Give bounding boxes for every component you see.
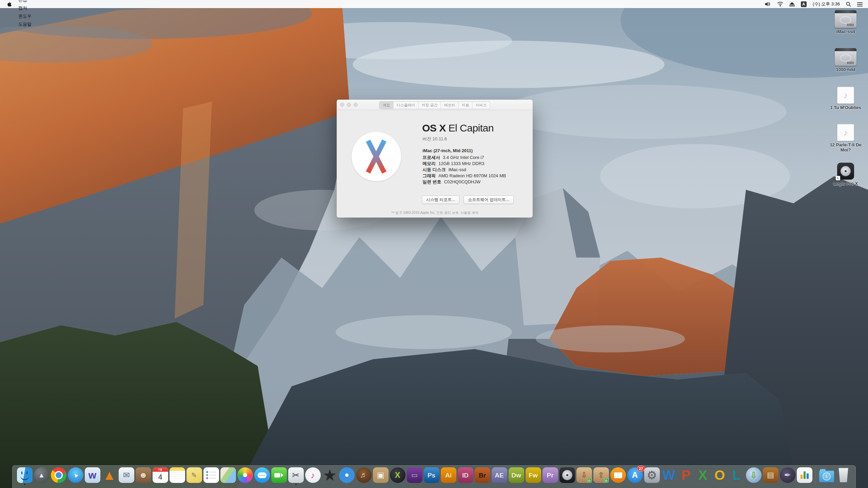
dock-after-effects[interactable]: AE (491, 467, 507, 485)
dock-logic-pro-x[interactable] (559, 467, 575, 485)
desktop-icon-logic-pro-x-alias[interactable]: ↖Logic Pro X (825, 163, 866, 186)
desktop-icon-label: Logic Pro X (833, 181, 858, 186)
hard-drive-icon (835, 48, 856, 66)
dock-ms-word[interactable]: W (661, 467, 677, 485)
dock-safari[interactable]: ▲ (67, 467, 83, 485)
audio-file-icon: ♪ (837, 124, 854, 141)
spec-processor-value: 3.4 GHz Intel Core i7 (443, 155, 484, 160)
dock-ms-outlook[interactable]: O (712, 467, 728, 485)
menu-help[interactable]: 도움말 (15, 20, 41, 28)
dock-ms-lync[interactable]: L (729, 467, 745, 485)
dock-system-preferences[interactable]: ⚙ (644, 467, 660, 485)
menu-bar-status: A (수) 오후 3:36 (765, 1, 865, 7)
dock-dreamweaver[interactable]: Dw (508, 467, 524, 485)
dock-stickies[interactable]: ✎ (186, 467, 202, 485)
tab-displays[interactable]: 디스플레이 (393, 101, 418, 109)
dock-launchpad[interactable]: ▲ (34, 467, 50, 485)
spotlight-icon[interactable] (846, 2, 851, 7)
about-buttons: 시스템 리포트...소프트웨어 업데이트... (422, 196, 514, 204)
dock-premiere[interactable]: Pr (542, 467, 558, 485)
dock-facetime[interactable] (271, 467, 287, 485)
dock-web-downloader[interactable]: ⇩ (746, 467, 762, 485)
about-tabs: 개요디스플레이저장 공간메모리지원서비스 (379, 101, 490, 109)
dock-contacts[interactable]: ☻ (135, 467, 151, 485)
tab-support[interactable]: 지원 (459, 101, 473, 109)
spec-graphics-value: AMD Radeon HD 6970M 1024 MB (438, 173, 506, 178)
volume-icon[interactable] (765, 2, 771, 6)
dock-downloads-folder[interactable]: ⇩ (818, 467, 834, 485)
dock-chrome[interactable] (51, 467, 66, 485)
dock-trash[interactable] (835, 467, 851, 485)
audio-file-icon: ♪ (837, 87, 854, 104)
apple-logo-icon (7, 1, 12, 7)
apple-menu[interactable] (3, 1, 15, 7)
dock-indesign[interactable]: ID (457, 467, 473, 485)
menu-window[interactable]: 윈도우 (15, 12, 41, 20)
close-button[interactable] (340, 103, 344, 107)
tab-service[interactable]: 서비스 (473, 101, 490, 109)
desktop-icon-1000-hdd[interactable]: 1000-hdd (825, 48, 866, 73)
hard-drive-icon (835, 10, 856, 28)
dock-toast[interactable]: ▭ (407, 467, 422, 485)
dock-xbmc[interactable]: X (390, 467, 406, 485)
dock-fireworks[interactable]: Fw (525, 467, 541, 485)
minimize-button[interactable] (347, 103, 351, 107)
input-source-indicator[interactable]: A (801, 1, 807, 7)
desktop-icon-label: 1000-hdd (836, 67, 855, 73)
tab-memory[interactable]: 메모리 (441, 101, 459, 109)
menu-capture[interactable]: 캡처 (15, 4, 41, 12)
wifi-icon[interactable] (777, 2, 783, 6)
zoom-button[interactable] (354, 103, 358, 107)
dock-garageband[interactable]: ♬ (356, 467, 372, 485)
menu-edit[interactable]: 편집 (15, 0, 41, 4)
dock-itunes[interactable]: ♪ (305, 467, 321, 485)
dock-ibooks[interactable] (610, 467, 626, 485)
software-update-button[interactable]: 소프트웨어 업데이트... (463, 196, 513, 204)
tab-overview[interactable]: 개요 (379, 101, 393, 109)
menu-bar: 화면 캡처파일편집캡처윈도우도움말 A (수) 오후 3:36 (0, 0, 868, 8)
dock-finder[interactable] (17, 467, 33, 485)
spec-processor-label: 프로세서 (422, 155, 440, 160)
desktop-icon-song-12-parle-t-il-de-moi[interactable]: ♪12 Parle-T-Il De Moi? (825, 124, 866, 153)
dock-bridge[interactable]: Br (474, 467, 490, 485)
dock-photoshop[interactable]: Ps (423, 467, 439, 485)
dock-ms-excel[interactable]: X (695, 467, 711, 485)
el-capitan-x-logo (352, 132, 401, 181)
notification-center-icon[interactable] (857, 2, 863, 6)
dock-keynote[interactable]: ▤ (763, 467, 778, 485)
dock-photos[interactable] (237, 467, 253, 485)
dock-pages[interactable]: ✒ (780, 467, 795, 485)
dock-imovie[interactable]: ★ (322, 467, 338, 485)
dock-photo-pinboard[interactable]: ▣ (373, 467, 389, 485)
dock-app-store[interactable]: A27 (627, 467, 643, 485)
eject-icon[interactable] (789, 2, 795, 6)
spec-memory-value: 12GB 1333 MHz DDR3 (438, 161, 484, 166)
desktop-icon-label: iMac-ssd (836, 29, 855, 35)
dock-notes[interactable] (169, 467, 185, 485)
menu-bar-clock[interactable]: (수) 오후 3:36 (813, 1, 840, 7)
desktop-icon-song-1-tu-m-oublies[interactable]: ♪1 Tu M'Oublies (825, 87, 866, 110)
dock-illustrator[interactable]: Ai (440, 467, 456, 485)
dock-vlc[interactable]: ▲ (101, 467, 117, 485)
system-report-button[interactable]: 시스템 리포트... (422, 196, 459, 204)
app-alias-icon: ↖ (837, 163, 854, 180)
dock-calendar[interactable]: 3월4 (152, 467, 168, 485)
dock-reminders[interactable] (203, 467, 219, 485)
dock-dvd-player[interactable] (339, 467, 355, 485)
app-menus: 화면 캡처파일편집캡처윈도우도움말 (15, 0, 41, 28)
dock-stuffit-drop[interactable]: ⇩G (576, 467, 592, 485)
spec-serial-number: 일련 번호C02HQ0CQDHJW (422, 180, 506, 184)
spec-list: 프로세서3.4 GHz Intel Core i7메모리12GB 1333 MH… (422, 155, 506, 186)
dock-ms-powerpoint[interactable]: P (678, 467, 694, 485)
desktop-icon-imac-ssd[interactable]: iMac-ssd (825, 10, 866, 35)
dock-grab-screen-capture[interactable]: ✂ (288, 467, 304, 485)
dock-numbers[interactable] (796, 467, 812, 485)
dock-messages[interactable] (254, 467, 270, 485)
tab-storage[interactable]: 저장 공간 (418, 101, 441, 109)
dock-w-globe-app[interactable]: w (84, 467, 100, 485)
dock-maps[interactable] (220, 467, 236, 485)
copyright-footer: ™ 및 © 1983-2016 Apple Inc. 모든 권리 보유. 사용권… (337, 210, 533, 215)
window-titlebar[interactable]: 개요디스플레이저장 공간메모리지원서비스 (337, 100, 533, 110)
dock-mail[interactable]: ✉ (118, 467, 134, 485)
dock-stuffit-expander[interactable]: ⇧G (593, 467, 609, 485)
